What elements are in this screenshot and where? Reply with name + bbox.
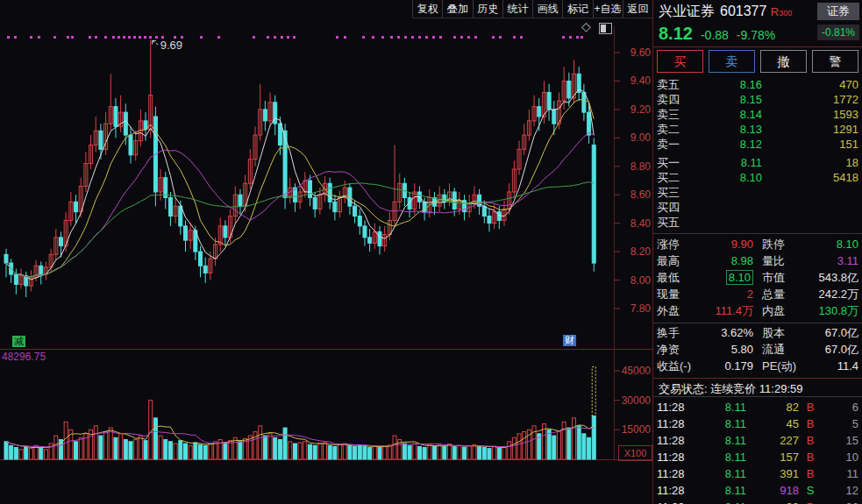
order-book-row[interactable]: 买一8.1118 <box>657 155 858 170</box>
volume-bar <box>552 436 556 459</box>
order-book-row[interactable]: 卖一8.12151 <box>657 137 858 152</box>
trade-time: 11:28 <box>657 484 694 497</box>
order-book-row[interactable]: 卖四8.151772 <box>657 92 858 107</box>
volume-bar <box>164 440 167 459</box>
menu-item[interactable]: 画线 <box>532 0 562 18</box>
marker-dot <box>404 36 407 39</box>
order-book-row[interactable]: 买二8.105418 <box>657 170 858 185</box>
level-price: 8.16 <box>692 78 762 91</box>
volume-bar <box>463 447 467 459</box>
diamond-marker-icon[interactable]: ◇ <box>581 19 591 33</box>
marker-dot <box>576 36 579 39</box>
marker-dot <box>411 36 414 39</box>
menu-item[interactable]: 历史 <box>473 0 502 18</box>
trade-direction: B <box>799 401 822 414</box>
quote-panel: 兴业证券601377 R300 证券 8.12 -0.88 -9.78% -0.… <box>653 0 862 504</box>
menu-item[interactable]: 返回 <box>623 0 652 18</box>
order-book-row[interactable]: 卖二8.131291 <box>657 122 858 137</box>
volume-bar <box>54 436 58 459</box>
menu-item[interactable]: 叠加 <box>442 0 472 18</box>
order-book-row[interactable]: 买四 <box>657 200 858 215</box>
trade-button-buy[interactable]: 买 <box>657 50 703 73</box>
axis-tick-label: 8.60 <box>630 188 652 201</box>
level-label: 买三 <box>657 185 692 201</box>
volume-bar <box>179 441 182 459</box>
axis-tick-label: 7.80 <box>630 302 652 315</box>
marker-dot <box>67 36 69 39</box>
signal-tag-cai[interactable]: 财 <box>563 335 576 346</box>
trade-volume: 157 <box>746 451 799 464</box>
trade-time: 11:28 <box>657 451 694 464</box>
level-label: 卖一 <box>657 137 692 153</box>
ma60-line <box>6 182 594 277</box>
volume-bar <box>4 442 8 459</box>
volume-bar <box>452 447 456 459</box>
volume-bar <box>488 449 491 459</box>
bid-levels: 买一8.1118买二8.105418买三买四买五 <box>657 155 858 230</box>
menu-item[interactable]: 复权 <box>412 0 442 18</box>
candle-body <box>129 135 132 155</box>
volume-bar <box>274 437 277 459</box>
marker-dot <box>418 36 421 39</box>
kline-chart-region[interactable]: 9.609.409.209.008.808.608.408.208.007.80… <box>0 0 653 504</box>
split-panel-icon[interactable] <box>599 23 612 34</box>
level-label: 卖二 <box>657 122 692 138</box>
volume-bar <box>308 444 311 459</box>
order-book-row[interactable]: 卖三8.141593 <box>657 107 858 122</box>
level-price: 8.10 <box>692 171 762 184</box>
trade-button-sell[interactable]: 卖 <box>709 50 755 73</box>
stat-label: PE(动) <box>762 358 808 374</box>
tick-trade-row: 11:288.11157B10 <box>657 449 858 465</box>
volume-bar <box>278 440 281 459</box>
sector-button[interactable]: 证券 <box>817 3 859 20</box>
trade-direction: B <box>799 434 822 447</box>
marker-dot <box>139 36 141 39</box>
marker-dot <box>267 36 269 39</box>
menu-item[interactable]: 标记 <box>562 0 592 18</box>
kline-chart-svg[interactable]: 9.609.409.209.008.808.608.408.208.007.80… <box>0 0 653 504</box>
level-label: 买二 <box>657 170 692 186</box>
level-volume: 470 <box>762 78 858 91</box>
level-price: 8.13 <box>692 123 762 136</box>
candle-body <box>363 226 367 238</box>
stat-value: 2 <box>699 287 753 301</box>
volume-bar <box>134 440 138 459</box>
divider-line <box>653 233 862 234</box>
volume-scale-label: 48296.75 <box>2 351 46 363</box>
volume-bar <box>124 440 127 459</box>
level-volume: 1593 <box>762 108 858 121</box>
trade-count: 15 <box>822 434 858 447</box>
tick-trade-row: 11:298.1199B26 <box>657 499 858 504</box>
stat-value: 242.2万 <box>808 287 858 302</box>
order-book-row[interactable]: 卖五8.16470 <box>657 77 858 92</box>
stat-row: 收益(-)0.179PE(动)11.4 <box>657 358 858 374</box>
volume-bar <box>144 441 147 459</box>
volume-bar <box>562 422 566 459</box>
volume-bar <box>303 442 307 459</box>
candle-body <box>547 92 551 109</box>
stat-label: 总量 <box>762 287 808 302</box>
stat-label: 内盘 <box>762 303 808 319</box>
menu-item[interactable]: 统计 <box>502 0 532 18</box>
candle-body <box>4 254 8 263</box>
order-book-row[interactable]: 买五 <box>657 215 858 230</box>
volume-bar <box>289 442 292 459</box>
trade-button-gray[interactable]: 撤 <box>760 50 807 73</box>
volume-bar <box>64 422 68 459</box>
marker-dot <box>425 36 428 39</box>
candle-body <box>378 231 381 245</box>
trade-button-gray[interactable]: 警 <box>812 50 858 73</box>
volume-bar <box>378 447 381 459</box>
tick-trade-row: 11:288.1145B5 <box>657 415 858 432</box>
order-book-row[interactable]: 买三 <box>657 185 858 200</box>
signal-tag-jian[interactable]: 减 <box>12 336 25 347</box>
menu-item[interactable]: +自选 <box>593 0 623 18</box>
volume-bar <box>373 446 376 459</box>
volume-bar <box>168 442 172 459</box>
stat-label: 现量 <box>657 287 699 302</box>
volume-bar <box>239 442 242 459</box>
tick-trade-list[interactable]: 11:288.1182B611:288.1145B511:288.11227B1… <box>657 399 858 504</box>
stat-label: 外盘 <box>657 303 699 319</box>
volume-bar <box>348 445 352 459</box>
trade-price: 8.11 <box>694 467 746 480</box>
